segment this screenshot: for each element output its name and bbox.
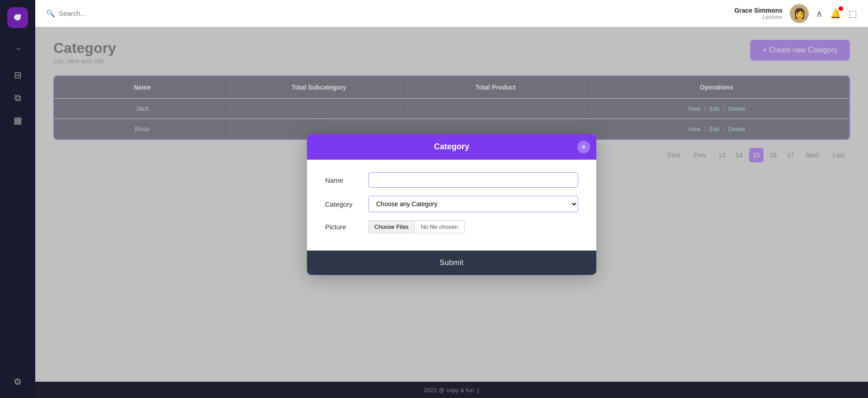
- modal-header: Category ×: [307, 134, 596, 160]
- collapse-arrow-icon[interactable]: →: [9, 41, 26, 57]
- search-wrap: 🔍: [46, 9, 727, 18]
- submit-button[interactable]: Submit: [307, 251, 596, 275]
- content-area: Category List, view and edit + Create ne…: [35, 27, 868, 382]
- stack-icon[interactable]: ⊟: [9, 66, 27, 84]
- category-modal: Category × Name Category Choose any Cate…: [307, 134, 596, 275]
- picture-label: Picture: [325, 223, 361, 231]
- topbar: 🔍 Grace Simmons Lecturer 👩 ∧ 🔔 ⬚: [35, 0, 868, 27]
- notification-icon[interactable]: 🔔: [830, 8, 841, 19]
- svg-point-0: [19, 14, 21, 17]
- modal-body: Name Category Choose any Category Pictur…: [307, 160, 596, 251]
- film-icon[interactable]: ▦: [9, 111, 27, 129]
- notification-badge: [839, 6, 843, 11]
- modal-title: Category: [434, 142, 469, 152]
- category-field-row: Category Choose any Category: [325, 196, 578, 212]
- name-label: Name: [325, 176, 361, 184]
- main-content: 🔍 Grace Simmons Lecturer 👩 ∧ 🔔 ⬚ Categor…: [35, 0, 868, 398]
- category-select[interactable]: Choose any Category: [368, 196, 578, 212]
- file-input-wrap: Choose Files No file chosen: [368, 220, 465, 233]
- app-logo[interactable]: [7, 7, 28, 28]
- modal-overlay: Category × Name Category Choose any Cate…: [35, 27, 868, 382]
- topbar-right: Grace Simmons Lecturer 👩 ∧ 🔔 ⬚: [734, 4, 857, 23]
- chevron-up-icon[interactable]: ∧: [816, 8, 823, 19]
- footer-text: 2022 @ copy & fun :): [424, 387, 479, 393]
- name-field-row: Name: [325, 172, 578, 188]
- user-role: Lecturer: [734, 14, 783, 20]
- user-info: Grace Simmons Lecturer: [734, 7, 783, 20]
- search-input[interactable]: [59, 9, 167, 17]
- footer: 2022 @ copy & fun :): [35, 382, 868, 398]
- logout-icon[interactable]: ⬚: [849, 8, 857, 19]
- copy-icon[interactable]: ⧉: [9, 89, 27, 107]
- choose-files-button[interactable]: Choose Files: [368, 220, 414, 233]
- name-input[interactable]: [368, 172, 578, 188]
- no-file-label: No file chosen: [414, 220, 465, 233]
- sidebar: → ⊟ ⧉ ▦ ⚙: [0, 0, 35, 398]
- category-label: Category: [325, 200, 361, 208]
- settings-icon[interactable]: ⚙: [9, 373, 27, 391]
- picture-field-row: Picture Choose Files No file chosen: [325, 220, 578, 233]
- modal-close-button[interactable]: ×: [577, 141, 590, 153]
- avatar: 👩: [790, 4, 809, 23]
- modal-footer: Submit: [307, 251, 596, 275]
- user-name: Grace Simmons: [734, 7, 783, 14]
- search-icon: 🔍: [46, 9, 55, 18]
